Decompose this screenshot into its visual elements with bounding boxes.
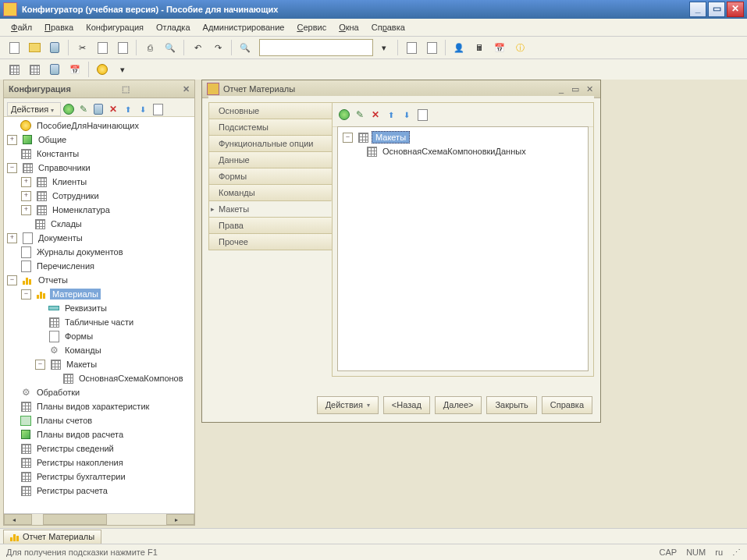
tree-label[interactable]: Планы видов расчета (34, 429, 126, 440)
tab-8[interactable]: Прочее (208, 233, 332, 250)
tree-row[interactable]: ⚙Обработки (4, 385, 194, 399)
cfg-cal-icon[interactable]: 📅 (66, 60, 84, 79)
move-up-icon[interactable]: ⬆ (121, 102, 135, 116)
expander-icon[interactable]: − (7, 275, 17, 285)
tree-label[interactable]: Планы счетов (34, 415, 94, 426)
tree-label[interactable]: Склады (48, 218, 84, 229)
tree-item-label[interactable]: ОсновнаяСхемаКомпоновкиДанных (380, 146, 528, 157)
tree-label[interactable]: Команды (62, 345, 104, 356)
tab-5[interactable]: Команды (208, 184, 332, 201)
cfg-pin-icon[interactable]: ⬚ (122, 84, 130, 94)
expander-icon[interactable]: + (7, 135, 17, 145)
tab-6[interactable]: Макеты (208, 200, 332, 218)
tree-row[interactable]: Регистры накопления (4, 455, 194, 470)
delete-icon[interactable] (91, 102, 105, 116)
tree-row[interactable]: Формы (4, 329, 194, 343)
tree-label[interactable]: Документы (36, 232, 85, 243)
cb-edit-icon[interactable]: ✎ (353, 108, 367, 122)
tree-row[interactable]: Константы (4, 147, 194, 161)
cb-add-icon[interactable] (337, 108, 351, 122)
report-close-icon[interactable]: ✕ (583, 84, 596, 94)
tree-label[interactable]: Общие (36, 134, 69, 145)
task-item[interactable]: Отчет Материалы (3, 530, 101, 544)
tree-row[interactable]: −Макеты (4, 357, 194, 371)
menu-admin[interactable]: Администрирование (198, 21, 290, 34)
scroll-thumb[interactable] (43, 514, 107, 525)
maximize-button[interactable]: ▭ (708, 2, 725, 17)
tree-label[interactable]: Регистры бухгалтерии (34, 471, 128, 482)
expander-icon[interactable]: − (35, 360, 45, 370)
tab-1[interactable]: Подсистемы (208, 119, 332, 136)
tab-2[interactable]: Функциональные опции (208, 135, 332, 152)
tree-label[interactable]: Материалы (50, 289, 101, 299)
remove-icon[interactable]: ✕ (106, 102, 120, 116)
cfg-close-icon[interactable]: ✕ (180, 84, 190, 94)
tool-b-icon[interactable] (422, 38, 441, 57)
tree-label[interactable]: Регистры накопления (34, 457, 126, 468)
scroll-right-icon[interactable]: ▸ (166, 514, 194, 525)
menu-file[interactable]: Файл (6, 21, 37, 34)
tree-row[interactable]: Регистры бухгалтерии (4, 470, 194, 484)
move-down-icon[interactable]: ⬇ (136, 102, 150, 116)
tree-row[interactable]: Табличные части (4, 315, 194, 329)
menu-windows[interactable]: Окна (334, 21, 364, 34)
preview-icon[interactable]: 🔍 (161, 38, 180, 57)
tree-row[interactable]: −Материалы (4, 287, 194, 301)
close-button[interactable]: ✕ (727, 2, 744, 17)
menu-debug[interactable]: Отладка (151, 21, 194, 34)
cfg-icon[interactable] (5, 60, 23, 79)
help-icon[interactable]: ⓘ (510, 38, 529, 57)
tree-label[interactable]: Перечисления (34, 261, 97, 271)
expander-icon[interactable]: + (21, 205, 31, 215)
calc-icon[interactable]: 🖩 (470, 38, 489, 57)
content-tree[interactable]: − Макеты ОсновнаяСхемаКомпоновкиДанных (337, 126, 589, 371)
tree-label[interactable]: ПособиеДляНачинающих (34, 120, 141, 131)
tree-label[interactable]: Формы (62, 331, 95, 342)
search-dd-icon[interactable]: ▾ (375, 38, 393, 57)
tree-row[interactable]: ⚙Команды (4, 343, 194, 357)
add-icon[interactable] (62, 102, 76, 116)
tree-row[interactable]: ОсновнаяСхемаКомпоновкиДанных (341, 144, 585, 158)
minimize-button[interactable]: _ (689, 2, 706, 17)
tree-label[interactable]: Журналы документов (34, 246, 126, 257)
tree-row[interactable]: +Общие (4, 133, 194, 147)
users-icon[interactable]: 👤 (450, 38, 468, 57)
tree-row[interactable]: ПособиеДляНачинающих (4, 119, 194, 133)
tree-row[interactable]: +Сотрудники (4, 189, 194, 203)
tree-label[interactable]: Планы видов характеристик (34, 401, 151, 412)
tree-label[interactable]: Константы (34, 148, 81, 159)
tree-label[interactable]: Макеты (64, 359, 99, 370)
menu-help[interactable]: Справка (367, 21, 410, 34)
cfg-tree[interactable]: ПособиеДляНачинающих+ОбщиеКонстанты−Спра… (4, 116, 194, 514)
cfg-hscroll[interactable]: ◂ ▸ (4, 513, 194, 525)
report-min-icon[interactable]: _ (555, 84, 567, 94)
tree-root-label[interactable]: Макеты (372, 131, 410, 144)
cb-up-icon[interactable]: ⬆ (384, 108, 398, 122)
menu-config[interactable]: Конфигурация (81, 21, 148, 34)
menu-service[interactable]: Сервис (292, 21, 331, 34)
run-dd-icon[interactable]: ▾ (113, 60, 132, 79)
open-icon[interactable] (25, 38, 44, 57)
tree-row[interactable]: −Справочники (4, 161, 194, 175)
cfg-db-icon[interactable] (45, 60, 64, 79)
tab-0[interactable]: Основные (208, 102, 332, 119)
tree-label[interactable]: Справочники (36, 162, 93, 173)
tree-label[interactable]: ОсновнаяСхемаКомпонов (76, 373, 186, 384)
paste-icon[interactable] (113, 38, 132, 57)
expander-icon[interactable]: + (7, 233, 17, 243)
copy-icon[interactable] (93, 38, 112, 57)
search-input[interactable] (259, 39, 373, 56)
tree-row[interactable]: −Отчеты (4, 273, 194, 287)
sort-icon[interactable] (151, 102, 165, 116)
save-icon[interactable] (45, 38, 64, 57)
redo-icon[interactable]: ↷ (208, 38, 227, 57)
actions-button[interactable]: Действия (317, 396, 379, 414)
menu-edit[interactable]: Правка (40, 21, 78, 34)
edit-icon[interactable]: ✎ (76, 102, 91, 116)
tab-4[interactable]: Формы (208, 168, 332, 185)
tree-row[interactable]: Регистры расчета (4, 484, 194, 498)
tool-a-icon[interactable] (402, 38, 421, 57)
tree-label[interactable]: Сотрудники (50, 190, 101, 201)
help-button[interactable]: Справка (542, 396, 592, 414)
tree-label[interactable]: Регистры сведений (34, 443, 116, 454)
